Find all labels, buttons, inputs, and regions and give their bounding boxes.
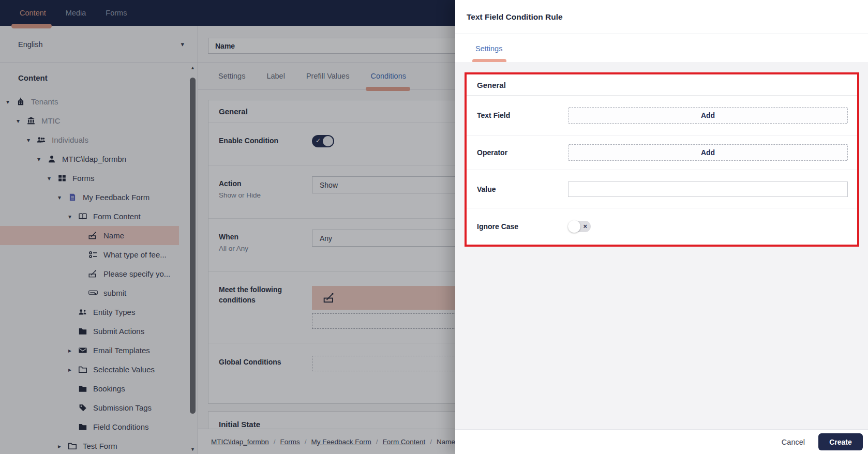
modal-dim-overlay <box>0 0 455 454</box>
ignore-case-label: Ignore Case <box>467 208 568 245</box>
operator-row: Operator Add <box>467 135 857 170</box>
panel-tabs: Settings <box>455 34 868 62</box>
text-field-add-button[interactable]: Add <box>568 107 848 124</box>
operator-label: Operator <box>467 135 568 170</box>
panel-title: Text Field Condition Rule <box>455 0 868 34</box>
create-button[interactable]: Create <box>818 433 863 450</box>
x-icon: × <box>583 222 587 231</box>
app-root: Content Media Forms English ▾ Content ▾ … <box>0 0 868 454</box>
value-input[interactable] <box>568 181 848 197</box>
condition-rule-panel: Text Field Condition Rule Settings Gener… <box>455 0 868 454</box>
ignore-case-row: Ignore Case × <box>467 208 857 245</box>
panel-tab-settings[interactable]: Settings <box>475 44 502 53</box>
value-row: Value <box>467 170 857 208</box>
text-field-row: Text Field Add <box>467 96 857 135</box>
ignore-case-toggle[interactable]: × <box>568 221 591 232</box>
panel-general-heading: General <box>467 74 857 96</box>
value-label: Value <box>467 170 568 208</box>
panel-body: General Text Field Add Operator Add <box>455 62 868 429</box>
highlighted-general-section: General Text Field Add Operator Add <box>465 72 859 247</box>
text-field-label: Text Field <box>467 96 568 135</box>
cancel-button[interactable]: Cancel <box>782 438 805 446</box>
panel-footer: Cancel Create <box>455 429 868 454</box>
operator-add-button[interactable]: Add <box>568 144 848 161</box>
